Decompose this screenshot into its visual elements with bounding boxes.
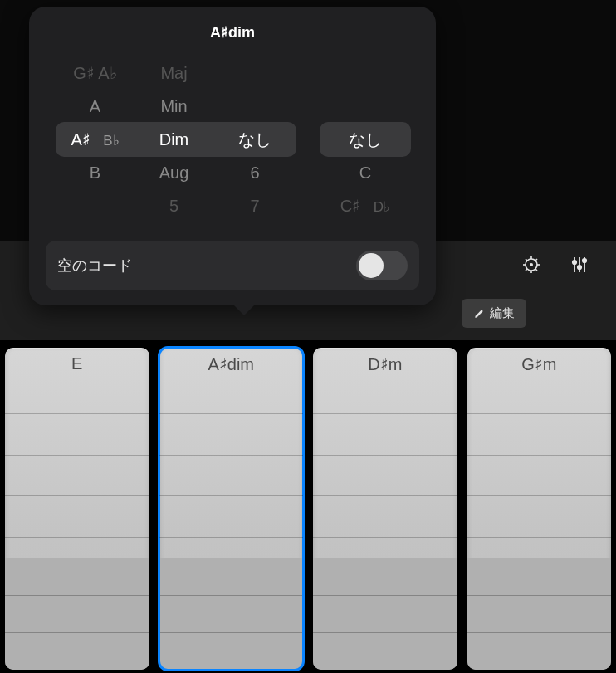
edit-button-label: 編集 xyxy=(490,305,515,321)
root-note-wheel[interactable]: G♯ A♭ A A♯ B♭ B xyxy=(56,56,134,222)
svg-line-9 xyxy=(535,259,537,261)
chord-strip[interactable]: D♯m xyxy=(313,348,457,670)
bass-note-picker[interactable]: なし C C♯ D♭ xyxy=(320,56,411,222)
autoplay-icon[interactable] xyxy=(520,253,543,276)
chord-strips-container: E A♯dim D♯m xyxy=(0,344,616,673)
chord-strip-label: A♯dim xyxy=(159,348,304,386)
chord-picker-main[interactable]: G♯ A♭ A A♯ B♭ B Maj Min Dim Aug 5 なし xyxy=(56,56,296,222)
chord-strip-label: D♯m xyxy=(313,348,457,386)
svg-point-1 xyxy=(530,263,533,266)
popover-title: A♯dim xyxy=(46,23,419,41)
bass-note-wheel[interactable]: なし C C♯ D♭ xyxy=(320,56,411,222)
edit-button[interactable]: 編集 xyxy=(462,299,526,328)
svg-point-15 xyxy=(583,259,586,262)
sliders-icon[interactable] xyxy=(568,253,591,276)
chord-extension-wheel[interactable]: なし 6 7 xyxy=(213,56,296,222)
chord-strip[interactable]: G♯m xyxy=(467,348,612,670)
svg-point-13 xyxy=(573,261,576,264)
svg-line-7 xyxy=(535,269,537,271)
svg-line-8 xyxy=(526,269,527,271)
chord-strip-label: G♯m xyxy=(467,348,612,386)
svg-line-6 xyxy=(526,259,527,261)
empty-chord-toggle[interactable] xyxy=(356,251,408,280)
svg-point-14 xyxy=(578,266,581,269)
chord-quality-wheel[interactable]: Maj Min Dim Aug 5 xyxy=(134,56,213,222)
chord-picker-popover: A♯dim G♯ A♭ A A♯ B♭ B Maj Min Dim Aug 5 xyxy=(29,7,436,305)
empty-chord-row: 空のコード xyxy=(46,241,419,290)
pencil-icon xyxy=(473,308,485,319)
empty-chord-label: 空のコード xyxy=(57,256,132,276)
chord-strip-label: E xyxy=(5,348,149,386)
chord-strip[interactable]: A♯dim xyxy=(159,348,304,670)
chord-strip[interactable]: E xyxy=(5,348,149,670)
